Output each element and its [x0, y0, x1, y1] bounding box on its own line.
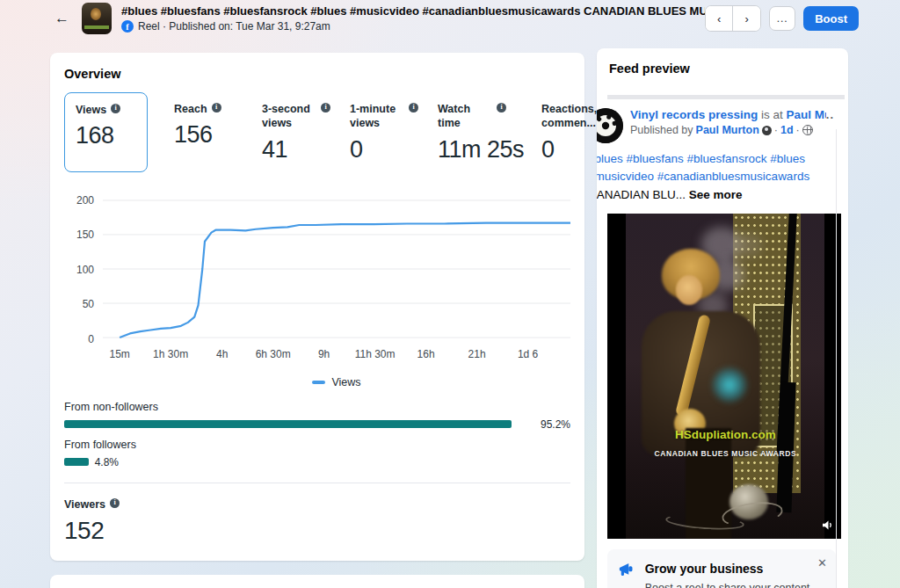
metric-reach[interactable]: Reachi 156 — [160, 92, 248, 172]
post-title-line: Vinyl records pressing is at Paul Murto.… — [630, 108, 826, 121]
reel-video-preview[interactable]: HSdupliation.com CANADIAN BLUES MUSIC AW… — [607, 214, 841, 539]
grow-title: Grow your business — [645, 562, 825, 576]
location-link[interactable]: Paul Murto... — [787, 108, 826, 121]
info-icon[interactable]: i — [409, 103, 418, 113]
public-globe-icon — [802, 125, 813, 135]
x-tick: 1h 30m — [153, 348, 188, 360]
id-badge-icon — [762, 126, 772, 135]
x-tick: 16h — [417, 348, 435, 360]
x-tick: 4h — [216, 348, 228, 360]
non-followers-row: From non-followers 95.2% — [64, 401, 570, 431]
post-time-link[interactable]: 1d — [780, 124, 794, 136]
hashtag-link[interactable]: #musicvideo #canadianbluesmusicawards — [597, 170, 809, 183]
x-tick: 1d 6 — [518, 348, 538, 360]
views-line-svg — [103, 195, 570, 343]
y-tick: 0 — [64, 333, 94, 345]
viewer-activities-card: Viewer activities 15-second viewsi 10 Av… — [50, 575, 584, 588]
legend-line-swatch — [312, 381, 325, 384]
y-tick: 150 — [64, 229, 94, 241]
top-actions: ‹ › ... Boost — [705, 5, 859, 32]
followers-bar — [64, 458, 89, 466]
info-icon[interactable]: i — [321, 103, 330, 113]
publish-meta: Reel · Published on: Tue Mar 31, 9:27am — [138, 20, 330, 33]
feed-preview-card: Feed preview — [597, 48, 848, 588]
followers-row: From followers 4.8% — [64, 439, 570, 468]
top-bar: ← #blues #bluesfans #bluesfansrock #blue… — [0, 0, 900, 37]
page-name-link[interactable]: Vinyl records pressing — [630, 108, 758, 121]
next-button[interactable]: › — [733, 6, 760, 31]
video-overlay-title: HSdupliation.com — [626, 428, 824, 441]
video-still: HSdupliation.com CANADIAN BLUES MUSIC AW… — [626, 214, 824, 539]
y-tick: 200 — [64, 194, 94, 207]
metric-3s-views[interactable]: 3-second viewsi 41 — [248, 92, 336, 172]
overview-heading: Overview — [64, 67, 570, 81]
back-icon[interactable]: ← — [54, 10, 69, 27]
post-header: Vinyl records pressing is at Paul Murto.… — [597, 108, 848, 143]
metric-views[interactable]: Viewsi 168 — [64, 92, 148, 172]
post-preview: Vinyl records pressing is at Paul Murto.… — [597, 86, 848, 539]
metric-3s-views-value: 41 — [262, 136, 332, 163]
insights-page: ← #blues #bluesfans #bluesfansrock #blue… — [0, 0, 900, 588]
reel-thumbnail[interactable] — [82, 3, 112, 34]
y-tick: 100 — [64, 264, 94, 276]
x-tick: 21h — [468, 348, 486, 360]
see-more-link[interactable]: See more — [689, 188, 743, 201]
feed-preview-heading: Feed preview — [597, 62, 848, 76]
reel-title-block: #blues #bluesfans #bluesfansrock #blues … — [121, 4, 705, 33]
non-followers-bar — [64, 420, 512, 428]
overview-card: Overview Viewsi 168 Reachi 156 3-second … — [50, 53, 584, 561]
grow-body: Boost a reel to share your content with … — [645, 580, 825, 588]
close-icon[interactable]: ✕ — [817, 556, 827, 570]
author-link[interactable]: Paul Murton — [696, 124, 759, 136]
grow-business-banner: Grow your business Boost a reel to share… — [607, 549, 836, 588]
metric-1m-views-value: 0 — [350, 136, 420, 163]
post-text: #blues #bluesfans #bluesfansrock #blues … — [597, 150, 848, 204]
post-more-icon[interactable]: .. — [826, 108, 834, 121]
prev-button[interactable]: ‹ — [706, 6, 733, 31]
legend-label: Views — [331, 376, 360, 388]
metric-reach-value: 156 — [174, 121, 244, 149]
follower-breakdown: From non-followers 95.2% From followers … — [64, 401, 570, 468]
metric-watch-time[interactable]: Watch timei 11m 25s — [424, 92, 527, 172]
divider — [64, 483, 570, 483]
y-tick: 50 — [64, 298, 94, 310]
megaphone-icon — [618, 560, 636, 579]
video-overlay-subtitle: CANADIAN BLUES MUSIC AWARDS — [626, 449, 824, 458]
page-avatar[interactable] — [597, 108, 623, 143]
boost-button[interactable]: Boost — [803, 6, 859, 31]
views-chart: 200 150 100 50 0 — [64, 195, 570, 388]
info-icon[interactable]: i — [110, 498, 120, 508]
metric-views-value: 168 — [76, 122, 143, 149]
metric-tabs: Viewsi 168 Reachi 156 3-second viewsi 41… — [64, 92, 570, 172]
viewers-block: Viewersi 152 — [64, 497, 570, 545]
x-axis: 15m 1h 30m 4h 6h 30m 9h 11h 30m 16h 21h … — [103, 348, 570, 364]
info-icon[interactable]: i — [212, 103, 221, 113]
x-tick: 6h 30m — [256, 348, 291, 360]
views-plot-area: 200 150 100 50 0 — [103, 195, 570, 343]
metric-watch-time-value: 11m 25s — [438, 136, 524, 163]
x-tick: 15m — [109, 348, 129, 360]
more-options-button[interactable]: ... — [769, 6, 795, 31]
page-title: #blues #bluesfans #bluesfansrock #blues … — [121, 4, 705, 18]
chart-legend: Views — [103, 376, 570, 388]
hashtag-link[interactable]: #blues #bluesfans #bluesfansrock #blues — [597, 152, 805, 165]
x-tick: 9h — [318, 348, 330, 360]
viewers-value: 152 — [64, 517, 570, 545]
info-icon[interactable]: i — [111, 104, 120, 113]
post-meta-line: Published by Paul Murton · 1d · — [630, 124, 826, 136]
x-tick: 11h 30m — [355, 348, 396, 360]
metric-1m-views[interactable]: 1-minute viewsi 0 — [336, 92, 424, 172]
mute-speaker-icon[interactable] — [822, 519, 835, 531]
preview-top-strip — [607, 95, 845, 99]
info-icon[interactable]: i — [497, 103, 506, 113]
facebook-icon: f — [121, 20, 134, 33]
